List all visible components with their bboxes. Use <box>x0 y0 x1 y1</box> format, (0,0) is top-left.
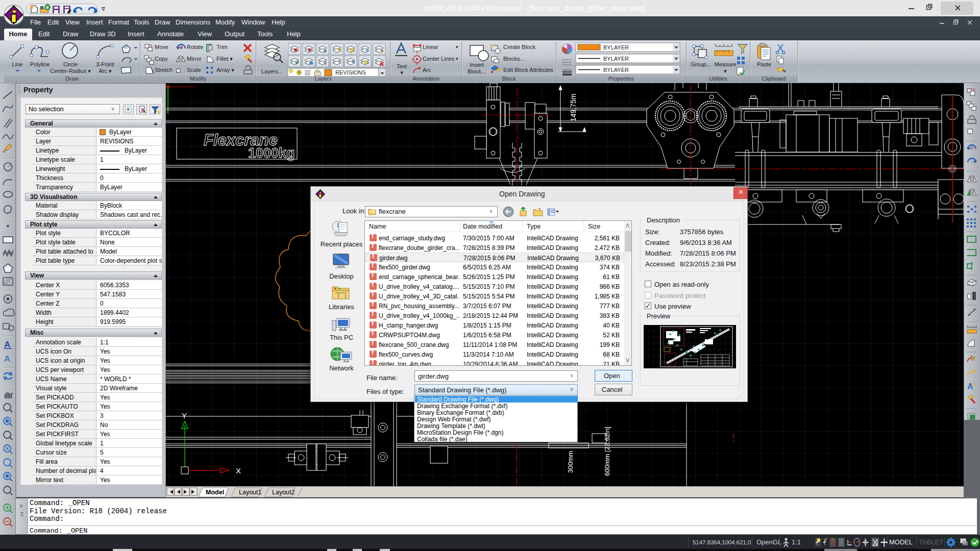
svg-text:Model: Model <box>206 489 224 496</box>
svg-text:1000kg: 1000kg <box>248 145 295 161</box>
svg-text:600mm [23,62in]: 600mm [23,62in] <box>603 427 611 476</box>
svg-text:149,75m: 149,75m <box>569 94 577 121</box>
svg-text:A: A <box>4 354 10 364</box>
svg-text:Y: Y <box>182 411 187 420</box>
svg-text:A: A <box>4 340 10 349</box>
svg-text:A: A <box>967 382 973 391</box>
svg-text:300mm: 300mm <box>567 451 574 473</box>
svg-text:X: X <box>236 466 241 475</box>
svg-text:Layout2: Layout2 <box>272 489 295 496</box>
svg-text:Layout1: Layout1 <box>239 489 262 496</box>
